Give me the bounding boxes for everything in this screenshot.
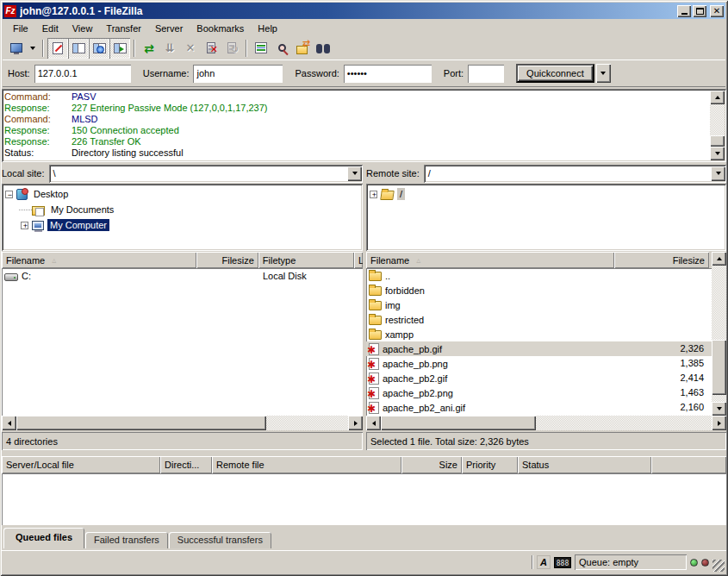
file-row[interactable]: apache_pb2.gif 2,414: [366, 371, 712, 385]
column-header-filename[interactable]: Filename▵: [366, 252, 614, 268]
window-title: john@127.0.0.1 - FileZilla: [20, 5, 675, 17]
scroll-track[interactable]: [710, 104, 725, 147]
quickconnect-dropdown-button[interactable]: [596, 64, 611, 83]
reconnect-button[interactable]: ↻: [221, 38, 242, 59]
password-input[interactable]: [345, 66, 431, 82]
scroll-down-button[interactable]: [710, 147, 725, 160]
local-site-combobox[interactable]: \: [49, 165, 363, 183]
column-header-lastmodified[interactable]: L: [354, 252, 363, 268]
username-input[interactable]: [194, 66, 282, 82]
site-manager-button[interactable]: [6, 38, 27, 59]
cancel-icon: ✕: [186, 42, 196, 53]
toggle-remote-tree-button[interactable]: [89, 38, 109, 59]
process-queue-button[interactable]: ⇊: [159, 38, 180, 59]
column-header-filesize[interactable]: Filesize: [614, 252, 709, 268]
file-row[interactable]: apache_pb2_ani.gif 2,160: [366, 400, 712, 415]
column-header-filetype[interactable]: Filetype: [258, 252, 354, 268]
tab-failed-transfers[interactable]: Failed transfers: [85, 532, 168, 548]
queue-list[interactable]: [2, 473, 726, 525]
menu-view[interactable]: View: [65, 22, 100, 35]
file-row[interactable]: ..: [366, 268, 712, 283]
directory-comparison-button[interactable]: [271, 38, 292, 59]
disconnect-button[interactable]: ✕: [201, 38, 221, 59]
file-row[interactable]: C: Local Disk: [2, 268, 363, 283]
scroll-thumb[interactable]: [710, 135, 725, 147]
toggle-local-tree-button[interactable]: [68, 38, 89, 59]
scroll-track[interactable]: [16, 416, 348, 430]
toolbar: ⇄ ⇊ ✕ ✕ ↻: [3, 36, 725, 60]
scroll-track[interactable]: [712, 266, 726, 402]
image-file-icon: [369, 402, 379, 414]
collapse-expander[interactable]: [5, 191, 13, 198]
tab-successful-transfers[interactable]: Successful transfers: [169, 532, 271, 548]
menu-transfer[interactable]: Transfer: [99, 22, 148, 35]
minimize-button[interactable]: [677, 5, 691, 17]
remote-list-scrollbar[interactable]: [712, 252, 726, 416]
menu-help[interactable]: Help: [251, 22, 284, 35]
quickconnect-button[interactable]: Quickconnect: [516, 64, 594, 83]
local-site-value: \: [50, 168, 347, 178]
scroll-down-button[interactable]: [712, 402, 726, 416]
combo-dropdown-button[interactable]: [711, 166, 725, 181]
file-row[interactable]: apache_pb2.png 1,463: [366, 385, 712, 400]
file-row[interactable]: forbidden: [366, 283, 712, 297]
scroll-right-button[interactable]: [712, 416, 726, 430]
remote-list-hscrollbar[interactable]: [366, 416, 726, 430]
tree-item-desktop[interactable]: Desktop: [3, 186, 361, 202]
column-header-filename[interactable]: Filename▵: [2, 252, 196, 268]
menu-bookmarks[interactable]: Bookmarks: [190, 22, 251, 35]
splitter-vertical[interactable]: [363, 164, 366, 450]
column-header-status[interactable]: Status: [518, 456, 651, 473]
column-header-priority[interactable]: Priority: [462, 456, 518, 473]
file-row[interactable]: restricted: [366, 312, 712, 327]
column-header-server-local-file[interactable]: Server/Local file: [2, 456, 160, 473]
file-row[interactable]: img: [366, 297, 712, 312]
column-header-size[interactable]: Size: [401, 456, 462, 473]
log-scrollbar[interactable]: [710, 91, 725, 160]
port-field-frame: [468, 65, 504, 83]
column-header-direction[interactable]: Directi...: [160, 456, 212, 473]
menu-file[interactable]: File: [6, 22, 35, 35]
cancel-operation-button[interactable]: ✕: [180, 38, 201, 59]
expand-expander[interactable]: [370, 191, 377, 198]
resize-grip[interactable]: [712, 560, 725, 572]
host-input[interactable]: [35, 66, 130, 82]
menu-server[interactable]: Server: [148, 22, 190, 35]
maximize-button[interactable]: [693, 5, 706, 17]
tree-item-my-computer[interactable]: My Computer: [3, 217, 361, 233]
title-bar[interactable]: Fz john@127.0.0.1 - FileZilla ✕: [3, 3, 725, 19]
scroll-thumb[interactable]: [16, 416, 266, 430]
remote-file-list: .. forbidden img restricted xampp apache…: [366, 268, 712, 416]
scroll-thumb[interactable]: [712, 340, 726, 395]
combo-dropdown-button[interactable]: [347, 166, 362, 181]
port-input[interactable]: [469, 66, 503, 82]
scroll-thumb[interactable]: [381, 416, 536, 430]
find-files-button[interactable]: [313, 38, 333, 59]
scroll-left-button[interactable]: [366, 416, 381, 430]
column-header-filesize[interactable]: Filesize: [196, 252, 258, 268]
refresh-button[interactable]: ⇄: [139, 38, 159, 59]
directory-filters-button[interactable]: [251, 38, 271, 59]
close-button[interactable]: ✕: [710, 5, 724, 17]
column-header-remote-file[interactable]: Remote file: [212, 456, 401, 473]
tree-item-root[interactable]: /: [368, 186, 725, 202]
file-row[interactable]: xampp: [366, 327, 712, 341]
scroll-up-button[interactable]: [710, 91, 725, 104]
tab-queued-files[interactable]: Queued files: [3, 528, 84, 548]
toggle-message-log-button[interactable]: [47, 38, 68, 59]
menu-edit[interactable]: Edit: [35, 22, 65, 35]
synchronized-browsing-button[interactable]: [292, 38, 313, 59]
scroll-up-button[interactable]: [712, 252, 726, 266]
log-line: Command:PASV: [4, 91, 709, 103]
scroll-right-button[interactable]: [348, 416, 363, 430]
local-list-hscrollbar[interactable]: [2, 416, 363, 430]
scroll-track[interactable]: [381, 416, 712, 430]
tree-item-my-documents[interactable]: My Documents: [3, 202, 361, 217]
file-row[interactable]: apache_pb.png 1,385: [366, 356, 712, 371]
expand-expander[interactable]: [21, 222, 28, 229]
toggle-queue-button[interactable]: [109, 38, 130, 59]
file-row-selected[interactable]: apache_pb.gif 2,326: [366, 341, 712, 356]
remote-site-combobox[interactable]: /: [424, 165, 726, 183]
site-manager-dropdown-button[interactable]: [27, 38, 39, 59]
scroll-left-button[interactable]: [2, 416, 16, 430]
